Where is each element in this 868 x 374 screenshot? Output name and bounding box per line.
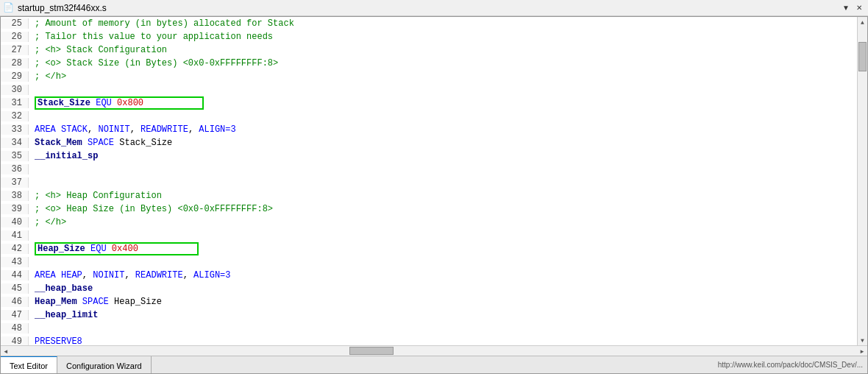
code-line: 36 — [1, 163, 857, 176]
line-content: __initial_sp — [29, 151, 857, 161]
line-content: Heap_Mem SPACE Heap_Size — [29, 297, 857, 307]
scroll-thumb-v[interactable] — [858, 42, 867, 71]
code-line: 38; <h> Heap Configuration — [1, 189, 857, 202]
code-line: 48 — [1, 322, 857, 335]
tab-status-row: Text Editor Configuration Wizard http://… — [1, 356, 867, 373]
scroll-up-arrow[interactable]: ▲ — [858, 17, 868, 27]
highlight-box-stack: Stack_Size EQU 0x800 — [35, 96, 204, 110]
line-number: 44 — [1, 270, 29, 280]
status-right: http://www.keil.com/pack/doc/CMSIS_Dev/.… — [718, 361, 867, 369]
code-line: 35__initial_sp — [1, 149, 857, 163]
highlight-box-heap: Heap_Size EQU 0x400 — [35, 242, 199, 255]
code-line: 30 — [1, 83, 857, 96]
line-number: 38 — [1, 191, 29, 201]
code-line: 44 AREA HEAP, NOINIT, READWRITE, ALIGN=3 — [1, 269, 857, 282]
line-number: 47 — [1, 310, 29, 320]
line-number: 36 — [1, 164, 29, 174]
comment-text: ; </h> — [35, 217, 66, 227]
line-number: 30 — [1, 85, 29, 95]
line-number: 35 — [1, 151, 29, 161]
title-bar-left: 📄 startup_stm32f446xx.s — [3, 2, 107, 14]
line-number: 45 — [1, 283, 29, 294]
code-line: 47__heap_limit — [1, 308, 857, 322]
line-number: 33 — [1, 124, 29, 135]
line-content: AREA HEAP, NOINIT, READWRITE, ALIGN=3 — [29, 270, 857, 280]
editor-container: 25; Amount of memory (in bytes) allocate… — [0, 16, 868, 374]
code-line: 28; <o> Stack Size (in Bytes) <0x0-0xFFF… — [1, 57, 857, 70]
title-bar: 📄 startup_stm32f446xx.s ▼ ✕ — [0, 0, 868, 16]
code-lines: 25; Amount of memory (in bytes) allocate… — [1, 17, 857, 345]
code-line: 43 — [1, 255, 857, 269]
line-number: 46 — [1, 297, 29, 307]
line-number: 25 — [1, 18, 29, 29]
code-line: 26; Tailor this value to your applicatio… — [1, 30, 857, 43]
line-number: 26 — [1, 32, 29, 42]
tabs-left: Text Editor Configuration Wizard — [1, 356, 152, 373]
line-number: 39 — [1, 204, 29, 214]
line-content: Stack_Mem SPACE Stack_Size — [29, 138, 857, 148]
code-line: 39; <o> Heap Size (in Bytes) <0x0-0xFFFF… — [1, 202, 857, 216]
title-bar-right: ▼ ✕ — [840, 2, 865, 14]
line-number: 48 — [1, 323, 29, 334]
code-line: 46Heap_Mem SPACE Heap_Size — [1, 295, 857, 308]
tab-text-editor[interactable]: Text Editor — [1, 356, 57, 373]
maximize-button[interactable]: ▼ — [840, 2, 852, 14]
scroll-down-arrow[interactable]: ▼ — [858, 335, 868, 345]
tab-config-wizard[interactable]: Configuration Wizard — [57, 356, 152, 373]
line-content: PRESERVE8 — [29, 336, 857, 345]
line-content: ; <o> Heap Size (in Bytes) <0x0-0xFFFFFF… — [29, 204, 857, 214]
line-number: 43 — [1, 257, 29, 267]
line-number: 32 — [1, 111, 29, 121]
code-line: 32 — [1, 110, 857, 123]
code-line: 40; </h> — [1, 216, 857, 229]
line-number: 27 — [1, 45, 29, 55]
scroll-right-arrow[interactable]: ► — [857, 346, 867, 356]
comment-text: ; <h> Stack Configuration — [35, 45, 167, 55]
code-scroll[interactable]: 25; Amount of memory (in bytes) allocate… — [1, 17, 857, 345]
line-content: ; </h> — [29, 217, 857, 227]
scroll-left-arrow[interactable]: ◄ — [1, 346, 11, 356]
code-area: 25; Amount of memory (in bytes) allocate… — [1, 17, 867, 345]
scrollbar-horizontal-row: ◄ ► — [1, 345, 867, 356]
code-line: 42Heap_Size EQU 0x400 — [1, 242, 857, 255]
comment-text: ; Tailor this value to your application … — [35, 32, 273, 42]
comment-text: ; Amount of memory (in bytes) allocated … — [35, 18, 294, 29]
file-icon: 📄 — [3, 2, 15, 14]
line-number: 42 — [1, 244, 29, 254]
code-line: 49 PRESERVE8 — [1, 335, 857, 345]
line-number: 34 — [1, 138, 29, 148]
code-line: 33 AREA STACK, NOINIT, READWRITE, ALIGN=… — [1, 123, 857, 136]
code-line: 34Stack_Mem SPACE Stack_Size — [1, 136, 857, 149]
line-number: 31 — [1, 98, 29, 108]
comment-text: ; <h> Heap Configuration — [35, 191, 162, 201]
comment-text: ; <o> Heap Size (in Bytes) <0x0-0xFFFFFF… — [35, 204, 273, 214]
line-content: ; <h> Stack Configuration — [29, 45, 857, 55]
scroll-thumb-h[interactable] — [349, 347, 394, 355]
code-line: 45__heap_base — [1, 282, 857, 295]
line-content: AREA STACK, NOINIT, READWRITE, ALIGN=3 — [29, 124, 857, 135]
code-line: 25; Amount of memory (in bytes) allocate… — [1, 17, 857, 30]
line-number: 49 — [1, 336, 29, 345]
scrollbar-vertical[interactable]: ▲ ▼ — [857, 17, 867, 345]
line-content: Stack_Size EQU 0x800 — [29, 96, 857, 110]
line-content: __heap_base — [29, 283, 857, 294]
scroll-track-h — [11, 346, 857, 356]
line-number: 29 — [1, 71, 29, 82]
title-text: startup_stm32f446xx.s — [18, 3, 107, 13]
line-content: Heap_Size EQU 0x400 — [29, 242, 857, 255]
line-number: 37 — [1, 177, 29, 188]
line-content: ; <o> Stack Size (in Bytes) <0x0-0xFFFFF… — [29, 58, 857, 68]
line-number: 40 — [1, 217, 29, 227]
line-content: ; </h> — [29, 71, 857, 82]
code-line: 31Stack_Size EQU 0x800 — [1, 96, 857, 110]
code-line: 37 — [1, 176, 857, 189]
code-line: 41 — [1, 229, 857, 242]
line-content: ; Tailor this value to your application … — [29, 32, 857, 42]
comment-text: ; </h> — [35, 71, 66, 82]
line-number: 28 — [1, 58, 29, 68]
close-button[interactable]: ✕ — [853, 2, 865, 14]
code-line: 29; </h> — [1, 70, 857, 83]
line-content: ; Amount of memory (in bytes) allocated … — [29, 18, 857, 29]
line-content: __heap_limit — [29, 310, 857, 320]
line-number: 41 — [1, 230, 29, 241]
